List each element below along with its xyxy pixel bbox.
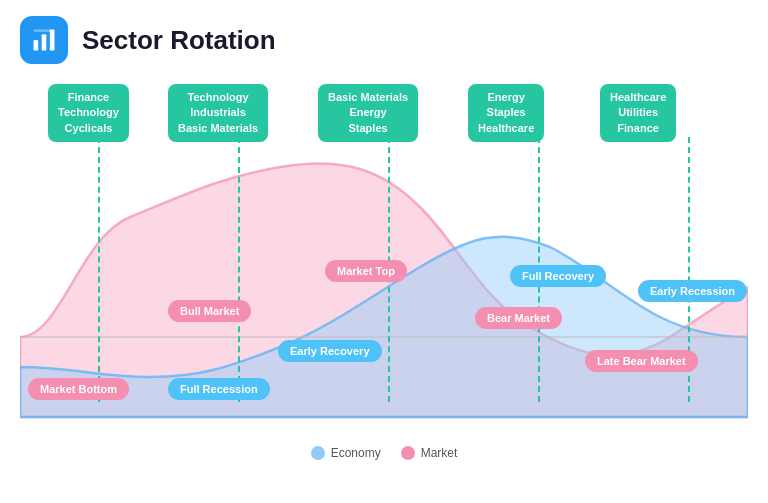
full-recession-label: Full Recession [168,378,270,400]
full-recovery-label: Full Recovery [510,265,606,287]
svg-rect-2 [50,30,55,51]
svg-rect-0 [34,40,39,51]
late-bear-market-label: Late Bear Market [585,350,698,372]
bull-market-label: Bull Market [168,300,251,322]
sector-label-4: Energy Staples Healthcare [468,84,544,142]
main-container: Sector Rotation Finance Technology Cycli… [0,0,768,503]
svg-rect-3 [34,30,55,32]
sector-label-1: Finance Technology Cyclicals [48,84,129,142]
sector-label-5: Healthcare Utilities Finance [600,84,676,142]
dashed-line-1 [98,137,100,402]
early-recession-label: Early Recession [638,280,747,302]
sector-label-3: Basic Materials Energy Staples [318,84,418,142]
market-top-label: Market Top [325,260,407,282]
logo-icon [20,16,68,64]
svg-rect-1 [42,34,47,50]
early-recovery-label: Early Recovery [278,340,382,362]
bear-market-label: Bear Market [475,307,562,329]
sector-label-2: Technology Industrials Basic Materials [168,84,268,142]
header: Sector Rotation [20,16,748,64]
dashed-line-2 [238,137,240,402]
page-title: Sector Rotation [82,25,276,56]
market-bottom-label: Market Bottom [28,378,129,400]
bar-chart-icon [30,26,58,54]
chart-area: Finance Technology Cyclicals Technology … [20,82,748,442]
